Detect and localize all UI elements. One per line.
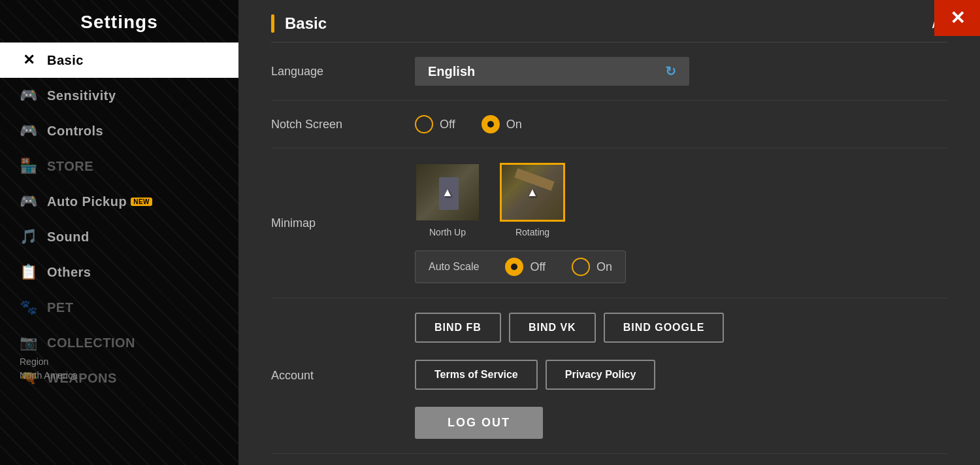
others-icon: 📋 bbox=[20, 264, 38, 281]
sidebar-content: Settings ✕ Basic 🎮 Sensitivity 🎮 Control… bbox=[0, 0, 238, 396]
language-control: English ↻ bbox=[415, 57, 947, 86]
autoscale-row: Auto Scale Off On bbox=[415, 250, 626, 283]
sidebar-item-sound-label: Sound bbox=[47, 230, 90, 245]
minimap-label: Minimap bbox=[271, 216, 415, 230]
sidebar-item-others-label: Others bbox=[47, 265, 91, 280]
minimap-row: Minimap North Up R bbox=[271, 148, 947, 298]
sidebar-item-sound[interactable]: 🎵 Sound bbox=[0, 219, 238, 254]
sound-icon: 🎵 bbox=[20, 228, 38, 245]
main-content: ✕ Basic ∧ Language English ↻ Notch Scree… bbox=[238, 0, 980, 465]
minimap-rotating[interactable]: Rotating bbox=[500, 163, 565, 237]
notch-screen-label: Notch Screen bbox=[271, 118, 415, 131]
sidebar-title: Settings bbox=[0, 0, 238, 43]
terms-button[interactable]: Terms of Service bbox=[415, 360, 538, 390]
language-select[interactable]: English ↻ bbox=[415, 57, 689, 86]
bind-buttons: BIND FB BIND VK BIND GOOGLE bbox=[415, 313, 724, 343]
minimap-rotating-label: Rotating bbox=[515, 227, 549, 237]
collection-icon: 📷 bbox=[20, 334, 38, 351]
store-icon: 🏪 bbox=[20, 158, 38, 175]
sidebar-footer: Region North America bbox=[20, 355, 78, 383]
language-label: Language bbox=[271, 65, 415, 78]
sidebar-item-sensitivity[interactable]: 🎮 Sensitivity bbox=[0, 78, 238, 113]
notch-screen-on-label: On bbox=[506, 118, 522, 131]
account-control: BIND FB BIND VK BIND GOOGLE Terms of Ser… bbox=[415, 313, 947, 439]
notch-screen-off[interactable]: Off bbox=[415, 115, 455, 133]
minimap-north-up-label: North Up bbox=[429, 227, 466, 237]
close-button[interactable]: ✕ bbox=[934, 0, 980, 36]
sidebar-item-store[interactable]: 🏪 STORE bbox=[0, 148, 238, 184]
minimap-rotating-visual bbox=[502, 165, 563, 220]
notch-screen-row: Notch Screen Off On bbox=[271, 101, 947, 148]
autoscale-off-circle bbox=[505, 258, 523, 276]
sidebar-item-collection-label: COLLECTION bbox=[47, 336, 135, 351]
bind-google-button[interactable]: BIND GOOGLE bbox=[604, 313, 725, 343]
minimap-north-visual bbox=[416, 164, 479, 220]
notch-screen-off-circle bbox=[415, 115, 433, 133]
sidebar: Settings ✕ Basic 🎮 Sensitivity 🎮 Control… bbox=[0, 0, 238, 465]
minimap-rotating-image bbox=[500, 163, 565, 222]
autoscale-on-circle bbox=[572, 258, 590, 276]
sidebar-item-others[interactable]: 📋 Others bbox=[0, 254, 238, 290]
account-label: Account bbox=[271, 369, 415, 383]
section-bar bbox=[271, 14, 274, 33]
sidebar-item-auto-pickup[interactable]: 🎮 Auto Pickup NEW bbox=[0, 184, 238, 219]
logout-button[interactable]: LOG OUT bbox=[415, 407, 543, 439]
bind-vk-button[interactable]: BIND VK bbox=[509, 313, 596, 343]
sidebar-item-pet-label: PET bbox=[47, 300, 73, 315]
close-icon: ✕ bbox=[950, 7, 965, 29]
autoscale-off-label: Off bbox=[530, 260, 546, 274]
auto-pickup-icon: 🎮 bbox=[20, 193, 38, 210]
sidebar-item-sensitivity-label: Sensitivity bbox=[47, 88, 116, 103]
minimap-full-control: North Up Rotating Auto Scale bbox=[415, 163, 626, 283]
logout-wrap: LOG OUT bbox=[415, 407, 724, 439]
autoscale-on-label: On bbox=[596, 260, 612, 274]
account-row: Account BIND FB BIND VK BIND GOOGLE Term… bbox=[271, 298, 947, 454]
bind-fb-button[interactable]: BIND FB bbox=[415, 313, 501, 343]
section-title-wrap: Basic bbox=[271, 14, 327, 33]
sidebar-item-auto-pickup-label: Auto Pickup bbox=[47, 194, 127, 209]
section-header: Basic ∧ bbox=[271, 0, 947, 43]
autoscale-off[interactable]: Off bbox=[505, 258, 546, 276]
sidebar-item-basic[interactable]: ✕ Basic bbox=[0, 43, 238, 78]
region-label: Region bbox=[20, 355, 78, 369]
sidebar-item-controls-label: Controls bbox=[47, 124, 103, 139]
language-value: English bbox=[428, 64, 475, 79]
notch-screen-on[interactable]: On bbox=[482, 115, 522, 133]
sidebar-item-controls[interactable]: 🎮 Controls bbox=[0, 113, 238, 148]
notch-screen-radio-group: Off On bbox=[415, 115, 522, 133]
notch-screen-control: Off On bbox=[415, 115, 947, 133]
minimap-north-up-image bbox=[415, 163, 480, 222]
minimap-control: North Up Rotating Auto Scale bbox=[415, 163, 947, 283]
region-value: North America bbox=[20, 369, 78, 383]
sidebar-item-basic-label: Basic bbox=[47, 53, 84, 68]
privacy-button[interactable]: Privacy Policy bbox=[546, 360, 656, 390]
auto-pickup-badge: NEW bbox=[131, 198, 152, 206]
policy-buttons: Terms of Service Privacy Policy bbox=[415, 360, 724, 390]
refresh-icon[interactable]: ↻ bbox=[665, 63, 676, 79]
section-title: Basic bbox=[285, 14, 327, 33]
account-buttons-wrap: BIND FB BIND VK BIND GOOGLE Terms of Ser… bbox=[415, 313, 724, 439]
sidebar-item-store-label: STORE bbox=[47, 159, 93, 174]
pet-icon: 🐾 bbox=[20, 299, 38, 316]
minimap-north-up[interactable]: North Up bbox=[415, 163, 480, 237]
controls-icon: 🎮 bbox=[20, 122, 38, 139]
notch-screen-off-label: Off bbox=[440, 118, 455, 131]
language-row: Language English ↻ bbox=[271, 43, 947, 101]
notch-screen-on-circle bbox=[482, 115, 500, 133]
autoscale-label: Auto Scale bbox=[429, 261, 479, 273]
basic-icon: ✕ bbox=[20, 52, 38, 69]
sensitivity-icon: 🎮 bbox=[20, 87, 38, 104]
sidebar-item-pet[interactable]: 🐾 PET bbox=[0, 290, 238, 325]
minimap-options: North Up Rotating bbox=[415, 163, 626, 237]
autoscale-on[interactable]: On bbox=[572, 258, 612, 276]
